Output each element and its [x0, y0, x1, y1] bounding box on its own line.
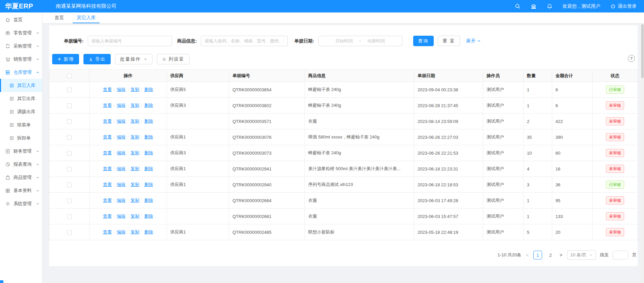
table-row: 查看编辑复制删除供应商5QTRK00000003654蜂蜜柚子茶 240g202… — [49, 82, 638, 98]
search-button[interactable]: 查询 — [413, 36, 434, 46]
view-link[interactable]: 查看 — [103, 134, 112, 140]
edit-link[interactable]: 编辑 — [117, 87, 126, 93]
row-checkbox[interactable] — [67, 119, 72, 124]
copy-link[interactable]: 复制 — [131, 197, 139, 203]
row-checkbox[interactable] — [67, 88, 72, 92]
next-page-button[interactable]: > — [559, 252, 563, 258]
view-link[interactable]: 查看 — [103, 150, 112, 156]
delete-link[interactable]: 删除 — [144, 87, 153, 93]
sidebar-subitem-other-outbound[interactable]: 其它出库 — [0, 92, 42, 105]
divider — [114, 183, 114, 187]
logout-button[interactable]: 退出登录 — [610, 3, 637, 9]
edit-link[interactable]: 编辑 — [117, 213, 126, 219]
batch-actions-button[interactable]: 批量操作 — [115, 54, 152, 64]
delete-link[interactable]: 删除 — [144, 150, 153, 156]
delete-link[interactable]: 删除 — [144, 166, 153, 172]
reset-button[interactable]: 重 置 — [438, 36, 460, 46]
sidebar-item-home[interactable]: 首页 — [0, 13, 42, 26]
row-checkbox[interactable] — [67, 214, 72, 219]
view-link[interactable]: 查看 — [103, 229, 112, 235]
view-link[interactable]: 查看 — [103, 87, 112, 93]
sidebar-subitem-other-inbound[interactable]: 其它入库 — [0, 79, 42, 92]
delete-link[interactable]: 删除 — [144, 134, 153, 140]
bill-no-input[interactable] — [88, 36, 172, 46]
delete-link[interactable]: 删除 — [144, 102, 153, 108]
select-all-checkbox[interactable] — [67, 73, 72, 78]
row-checkbox[interactable] — [67, 151, 72, 156]
edit-link[interactable]: 编辑 — [117, 102, 126, 108]
row-checkbox[interactable] — [67, 183, 72, 187]
sidebar-item-sales[interactable]: 销售管理 — [0, 53, 42, 66]
page-button-2[interactable]: 2 — [546, 251, 555, 259]
date-range-input[interactable]: 开始时间 ~ 结束时间 — [318, 36, 402, 46]
copy-link[interactable]: 复制 — [131, 134, 139, 140]
page-size-select[interactable]: 10 条/页 — [567, 250, 596, 260]
copy-link[interactable]: 复制 — [131, 118, 139, 124]
sidebar-item-retail[interactable]: 零售管理 — [0, 26, 42, 39]
copy-link[interactable]: 复制 — [131, 150, 139, 156]
edit-link[interactable]: 编辑 — [117, 182, 126, 188]
jump-page-input[interactable] — [613, 251, 628, 259]
page-button-1[interactable]: 1 — [533, 251, 542, 259]
view-link[interactable]: 查看 — [103, 166, 112, 172]
row-checkbox[interactable] — [67, 167, 72, 171]
sidebar-subitem-assembly[interactable]: 组装单 — [0, 118, 42, 131]
operator-cell: 测试用户 — [483, 177, 524, 193]
copy-link[interactable]: 复制 — [131, 229, 139, 235]
status-cell: 未审核 — [593, 145, 638, 161]
view-link[interactable]: 查看 — [103, 213, 112, 219]
sidebar-item-warehouse[interactable]: 仓库管理 — [0, 66, 42, 79]
tab-home[interactable]: 首页 — [55, 12, 64, 23]
help-icon[interactable]: ? — [628, 55, 635, 62]
edit-link[interactable]: 编辑 — [117, 197, 126, 203]
copy-link[interactable]: 复制 — [131, 213, 139, 219]
view-link[interactable]: 查看 — [103, 197, 112, 203]
copy-link[interactable]: 复制 — [131, 166, 139, 172]
column-settings-button[interactable]: 列设置 — [157, 54, 189, 64]
export-button[interactable]: 导出 — [83, 54, 111, 64]
edit-link[interactable]: 编辑 — [117, 166, 126, 172]
row-checkbox[interactable] — [67, 135, 72, 140]
delete-link[interactable]: 删除 — [144, 213, 153, 219]
delete-link[interactable]: 删除 — [144, 229, 153, 235]
prev-page-button[interactable]: < — [525, 252, 529, 258]
tab-other-inbound[interactable]: 其它入库 — [77, 12, 96, 23]
sidebar-item-reports[interactable]: 报表查询 — [0, 158, 42, 171]
vertical-scrollbar[interactable] — [641, 24, 644, 283]
delete-link[interactable]: 删除 — [144, 197, 153, 203]
search-icon[interactable] — [515, 3, 521, 9]
edit-link[interactable]: 编辑 — [117, 229, 126, 235]
bank-icon[interactable] — [531, 3, 537, 9]
sidebar-item-system[interactable]: 系统管理 — [0, 197, 42, 210]
bell-icon[interactable] — [547, 3, 552, 9]
amount-cell: 390 — [552, 129, 593, 145]
edit-link[interactable]: 编辑 — [117, 150, 126, 156]
sidebar-subitem-disassembly[interactable]: 拆卸单 — [0, 131, 42, 145]
add-button[interactable]: 新增 — [52, 54, 79, 64]
qty-cell: 1 — [524, 209, 552, 224]
delete-link[interactable]: 删除 — [144, 182, 153, 188]
doc-icon — [9, 83, 14, 88]
view-link[interactable]: 查看 — [103, 118, 112, 124]
expand-link[interactable]: 展开 — [466, 38, 481, 44]
copy-link[interactable]: 复制 — [131, 87, 139, 93]
sidebar-item-finance[interactable]: 财务管理 — [0, 145, 42, 158]
copy-link[interactable]: 复制 — [131, 102, 139, 108]
copy-link[interactable]: 复制 — [131, 182, 139, 188]
edit-link[interactable]: 编辑 — [117, 134, 126, 140]
view-link[interactable]: 查看 — [103, 182, 112, 188]
sidebar-subitem-transfer-outbound[interactable]: 调拨出库 — [0, 105, 42, 118]
row-checkbox[interactable] — [67, 103, 72, 108]
row-checkbox-cell — [49, 224, 90, 240]
product-info-input[interactable] — [201, 36, 288, 46]
row-checkbox[interactable] — [67, 198, 72, 203]
view-link[interactable]: 查看 — [103, 102, 112, 108]
sidebar-item-basic-data[interactable]: 基本资料 — [0, 184, 42, 197]
edit-link[interactable]: 编辑 — [117, 118, 126, 124]
status-cell: 未审核 — [593, 114, 638, 129]
delete-link[interactable]: 删除 — [144, 118, 153, 124]
sidebar-item-purchase[interactable]: 采购管理 — [0, 39, 42, 53]
row-checkbox[interactable] — [67, 230, 72, 235]
scrollbar-thumb[interactable] — [641, 24, 644, 78]
sidebar-item-goods[interactable]: 商品管理 — [0, 171, 42, 184]
